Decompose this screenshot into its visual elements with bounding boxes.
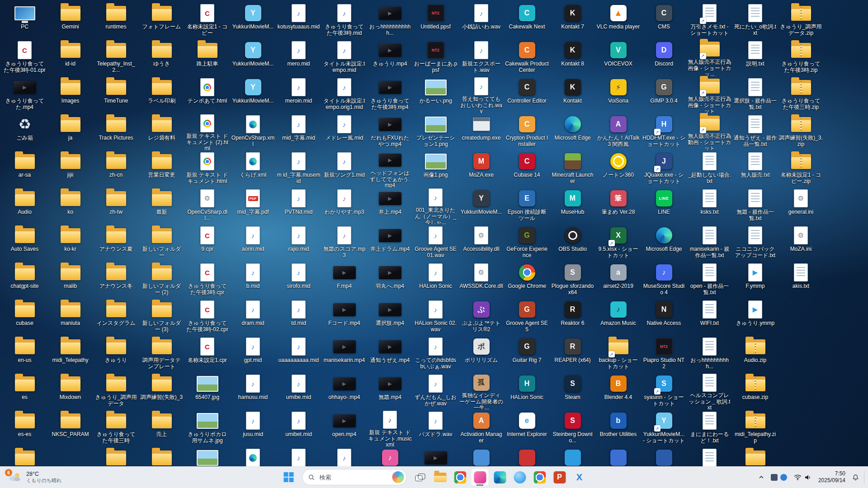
desktop-icon[interactable]: YYukkuriMovieM... [230,2,276,39]
desktop-icon[interactable]: HHALion Sonic [504,372,550,409]
notification-bell-button[interactable] [850,472,861,483]
desktop-icon[interactable]: MMuseHub [550,187,595,224]
desktop-icon[interactable]: ♪わかりやす.mp3 [321,187,367,224]
desktop-icon[interactable]: ♪m id_字幕.musemid [276,150,321,187]
desktop-icon[interactable]: Images [47,76,93,113]
desktop-icon[interactable]: open - 親作品一覧.txt [687,261,732,298]
start-button[interactable] [280,468,298,486]
desktop-icon[interactable]: Audio [2,187,47,224]
desktop-icon[interactable]: Cきゅうり食ってた午後3時.cpr [184,261,230,298]
desktop-icon[interactable]: maniuta [47,298,93,335]
desktop-icon[interactable]: OpenCvSharp.xml [230,113,276,150]
desktop-icon[interactable]: きゅうり食ってた午後3時.zip [778,39,824,76]
desktop-icon[interactable]: ♪rajio.mid [276,224,321,261]
desktop-icon[interactable]: ♪パズドラ.wav [413,409,458,446]
desktop-icon[interactable]: open.mp4 [321,409,367,446]
desktop-icon[interactable]: BBlender 4.4 [595,372,641,409]
desktop-icon[interactable]: ♪答え知っててもおしいわこれ.wav [458,76,504,113]
desktop-icon[interactable]: ♪Groove Agent SE 01.wav [413,224,458,261]
desktop-icon[interactable]: chatgpt-site [2,261,47,298]
desktop-icon[interactable]: 無題.mp4 [367,372,413,409]
desktop-icon[interactable]: ♻ごみ箱 [2,113,47,150]
desktop-icon[interactable]: AActivation Manager [458,409,504,446]
desktop-icon[interactable]: おっhhhhhhhhhhh... [367,2,413,39]
desktop-icon[interactable]: RREAPER (x64) [550,335,595,372]
desktop-icon[interactable]: C9.cpr [184,224,230,261]
file-explorer-button[interactable] [431,468,449,486]
weather-widget[interactable]: 6 28°C くもりのち晴れ [4,469,66,485]
desktop-icon[interactable]: 新しいフォルダー (2) [139,261,184,298]
desktop-icon[interactable]: ♪umibet.mid [276,409,321,446]
desktop-icon[interactable]: きゅうり_調声用データ [93,372,139,409]
tray-hidden-icons[interactable] [769,472,789,483]
desktop-icon[interactable]: Cきゅうり食ってた午後3時-01.cpr [2,39,47,76]
desktop-icon[interactable]: ⚡VoiSona [595,76,641,113]
desktop-icon[interactable]: ♪小銭詰いわ.wav [458,2,504,39]
desktop-icon[interactable]: ↗無人販売不正行為 画像 - ショートカッ... [687,39,732,76]
desktop-icon[interactable]: ▶きゅうり.ymmp [732,298,778,335]
desktop-icon[interactable]: ♪hamusu.mid [230,372,276,409]
desktop-icon[interactable]: NT2Piapro Studio NT2 [641,335,687,372]
browser-button[interactable] [531,468,549,486]
desktop-icon[interactable]: PC [2,2,47,39]
desktop-icon[interactable]: ラベル印刷 [139,76,184,113]
desktop-icon[interactable]: NKSC_PARAM [47,409,93,446]
desktop-icon[interactable]: 路上駐車 [184,39,230,76]
desktop-icon[interactable]: ♪無題のスコア.mp3 [321,224,367,261]
desktop-icon[interactable]: 通知うぜえ - 親作品一覧.txt [732,113,778,150]
desktop-icon[interactable]: ohhayo-.mp4 [321,372,367,409]
desktop-icon[interactable]: akis.txt [778,261,824,298]
desktop-icon[interactable]: 井上.mp4 [367,187,413,224]
desktop-icon[interactable]: ♪HALion Sonic 02.wav [413,298,458,335]
desktop-icon[interactable]: OBS Studio [550,224,595,261]
desktop-icon[interactable]: ♪kotusytuaaus.mid [276,2,321,39]
desktop-icon[interactable]: zh-cn [93,150,139,187]
desktop-icon[interactable]: ♪ずんだもん_しおかぜ.wav [413,372,458,409]
desktop-icon[interactable]: C名称未設定1 - コピー [184,2,230,39]
desktop-icon[interactable]: きゅうり食ってた.mp4 [2,76,47,113]
desktop-icon[interactable]: ↗backup - ショートカット [595,335,641,372]
desktop-icon[interactable]: 調声用データテンプレート [139,335,184,372]
desktop-icon[interactable]: 新規 テキスト ドキュメント (2).html [184,113,230,150]
desktop-icon[interactable]: ♪b.mid [230,261,276,298]
search-highlight-icon[interactable] [392,471,404,483]
desktop-icon[interactable]: ♪タイトル未設定.tempo.orig1.mid [321,76,367,113]
powerpoint-button[interactable]: P [551,468,569,486]
desktop-icon[interactable]: きゅうり_調声用データ.zip [778,2,824,39]
desktop-icon[interactable]: CCakewalk Next [504,2,550,39]
desktop-icon[interactable]: ♪gpt.mid [230,335,276,372]
desktop-icon[interactable]: ♪001_東北きりたん（ノーマル）_今しゃ... [413,187,458,224]
desktop-icon[interactable]: ▶F.ymmp [732,261,778,298]
desktop-icon[interactable]: 新しいフォルダー [139,224,184,261]
desktop-icon[interactable]: Microsoft Edge [550,113,595,150]
desktop-icon[interactable]: KKontakt 8 [550,39,595,76]
search-input[interactable] [319,474,389,481]
desktop-icon[interactable]: CCrypton Product Installer [504,113,550,150]
desktop-icon[interactable]: YYukkuriMovieM... [230,76,276,113]
desktop-icon[interactable]: KKontakt [550,76,595,113]
desktop-icon[interactable]: テンポあて.html [184,76,230,113]
desktop-icon[interactable]: KKontakt 7 [550,2,595,39]
desktop-icon[interactable]: CCubase 14 [504,150,550,187]
desktop-icon[interactable]: en-us [2,335,47,372]
desktop-icon[interactable]: Y↗YukkuriMovieM... - ショートカット [641,409,687,446]
desktop-icon[interactable]: 調声練習(失敗)_3.zip [778,113,824,150]
pink-media-app-button[interactable] [471,468,489,486]
desktop-icon[interactable]: midi_Telepathy.zip [732,409,778,446]
desktop-icon[interactable]: 選択肢 - 親作品一覧.txt [732,76,778,113]
network-volume-button[interactable] [792,473,813,482]
desktop-icon[interactable]: Cきゅうり食ってた午後3時-02.cpr [184,298,230,335]
desktop-icon[interactable]: Gemini [47,2,93,39]
desktop-icon[interactable]: SSteinberg Downlo... [550,409,595,446]
desktop-icon[interactable]: WIFI.txt [687,298,732,335]
desktop-icon[interactable]: ♪メドレー風.mid [321,113,367,150]
desktop-icon[interactable]: ノートン360 [595,150,641,187]
desktop-icon[interactable]: LINELINE [641,187,687,224]
desktop-icon[interactable]: Audio.zip [732,335,778,372]
desktop-icon[interactable]: ♪sirofo.mid [276,261,321,298]
desktop-icon[interactable]: Mixdown [47,372,93,409]
desktop-icon[interactable]: ♪HALion Sonic [413,261,458,298]
desktop-icon[interactable]: ♪新規エクスポート.wav [458,39,504,76]
desktop-icon[interactable]: EEpson 接続診断ツール [504,187,550,224]
desktop-icon[interactable]: NT2Untitled.ppsf [413,2,458,39]
